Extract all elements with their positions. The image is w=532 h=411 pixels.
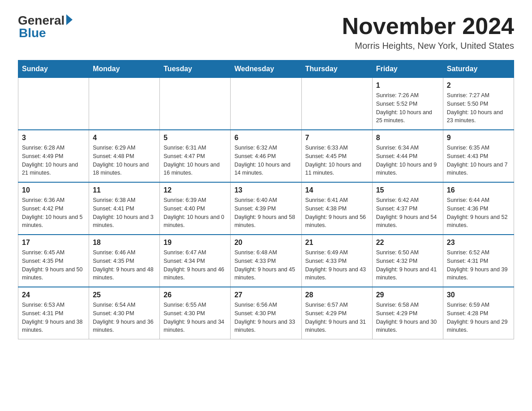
day-number: 30	[447, 291, 510, 299]
day-info: Sunrise: 6:41 AMSunset: 4:38 PMDaylight:…	[305, 196, 369, 230]
calendar-cell: 26Sunrise: 6:55 AMSunset: 4:30 PMDayligh…	[160, 287, 231, 339]
day-info: Sunrise: 6:39 AMSunset: 4:40 PMDaylight:…	[163, 196, 227, 230]
day-number: 14	[305, 186, 369, 194]
day-number: 1	[376, 81, 439, 90]
day-number: 24	[22, 291, 85, 299]
calendar-header-row: SundayMondayTuesdayWednesdayThursdayFrid…	[18, 60, 514, 78]
calendar-cell: 27Sunrise: 6:56 AMSunset: 4:30 PMDayligh…	[231, 287, 301, 339]
day-number: 27	[234, 291, 297, 299]
day-info: Sunrise: 6:44 AMSunset: 4:36 PMDaylight:…	[447, 196, 510, 230]
day-number: 13	[234, 186, 297, 194]
calendar-cell: 28Sunrise: 6:57 AMSunset: 4:29 PMDayligh…	[301, 287, 372, 339]
calendar-cell	[301, 78, 372, 130]
day-number: 10	[22, 186, 85, 194]
calendar-cell: 3Sunrise: 6:28 AMSunset: 4:49 PMDaylight…	[18, 130, 89, 182]
location-subtitle: Morris Heights, New York, United States	[342, 41, 514, 51]
day-number: 3	[22, 134, 85, 142]
calendar-table: SundayMondayTuesdayWednesdayThursdayFrid…	[18, 60, 514, 339]
day-number: 18	[93, 239, 156, 247]
day-number: 5	[163, 134, 227, 142]
col-header-tuesday: Tuesday	[160, 60, 231, 78]
day-info: Sunrise: 6:59 AMSunset: 4:28 PMDaylight:…	[447, 301, 510, 334]
calendar-cell: 11Sunrise: 6:38 AMSunset: 4:41 PMDayligh…	[89, 182, 160, 235]
day-info: Sunrise: 6:50 AMSunset: 4:32 PMDaylight:…	[376, 248, 439, 282]
week-row-2: 3Sunrise: 6:28 AMSunset: 4:49 PMDaylight…	[18, 130, 514, 182]
calendar-cell	[18, 78, 89, 130]
calendar-cell: 20Sunrise: 6:48 AMSunset: 4:33 PMDayligh…	[231, 235, 301, 287]
day-number: 22	[376, 239, 439, 247]
week-row-5: 24Sunrise: 6:53 AMSunset: 4:31 PMDayligh…	[18, 287, 514, 339]
day-number: 8	[376, 134, 439, 142]
calendar-cell: 8Sunrise: 6:34 AMSunset: 4:44 PMDaylight…	[372, 130, 443, 182]
logo: General Blue	[18, 13, 73, 40]
month-title: November 2024	[342, 13, 514, 39]
day-info: Sunrise: 7:27 AMSunset: 5:50 PMDaylight:…	[447, 91, 510, 125]
day-info: Sunrise: 6:40 AMSunset: 4:39 PMDaylight:…	[234, 196, 297, 230]
day-info: Sunrise: 6:53 AMSunset: 4:31 PMDaylight:…	[22, 301, 85, 334]
day-number: 7	[305, 134, 369, 142]
calendar-cell: 24Sunrise: 6:53 AMSunset: 4:31 PMDayligh…	[18, 287, 89, 339]
calendar-cell: 25Sunrise: 6:54 AMSunset: 4:30 PMDayligh…	[89, 287, 160, 339]
calendar-cell: 21Sunrise: 6:49 AMSunset: 4:33 PMDayligh…	[301, 235, 372, 287]
day-number: 16	[447, 186, 510, 194]
calendar-cell: 14Sunrise: 6:41 AMSunset: 4:38 PMDayligh…	[301, 182, 372, 235]
day-info: Sunrise: 6:57 AMSunset: 4:29 PMDaylight:…	[305, 301, 369, 334]
day-number: 19	[163, 239, 227, 247]
week-row-4: 17Sunrise: 6:45 AMSunset: 4:35 PMDayligh…	[18, 235, 514, 287]
day-number: 20	[234, 239, 297, 247]
col-header-sunday: Sunday	[18, 60, 89, 78]
col-header-monday: Monday	[89, 60, 160, 78]
day-info: Sunrise: 6:52 AMSunset: 4:31 PMDaylight:…	[447, 248, 510, 282]
day-number: 12	[163, 186, 227, 194]
day-info: Sunrise: 7:26 AMSunset: 5:52 PMDaylight:…	[376, 91, 439, 125]
day-number: 2	[447, 81, 510, 90]
day-number: 15	[376, 186, 439, 194]
day-number: 4	[93, 134, 156, 142]
day-info: Sunrise: 6:33 AMSunset: 4:45 PMDaylight:…	[305, 144, 369, 177]
calendar-cell: 16Sunrise: 6:44 AMSunset: 4:36 PMDayligh…	[443, 182, 514, 235]
day-info: Sunrise: 6:55 AMSunset: 4:30 PMDaylight:…	[163, 301, 227, 334]
day-info: Sunrise: 6:31 AMSunset: 4:47 PMDaylight:…	[163, 144, 227, 177]
day-info: Sunrise: 6:34 AMSunset: 4:44 PMDaylight:…	[376, 144, 439, 177]
day-number: 21	[305, 239, 369, 247]
day-number: 9	[447, 134, 510, 142]
calendar-cell: 22Sunrise: 6:50 AMSunset: 4:32 PMDayligh…	[372, 235, 443, 287]
day-number: 25	[93, 291, 156, 299]
calendar-cell	[89, 78, 160, 130]
day-number: 17	[22, 239, 85, 247]
day-info: Sunrise: 6:49 AMSunset: 4:33 PMDaylight:…	[305, 248, 369, 282]
logo-blue-text: Blue	[19, 26, 46, 40]
logo-triangle-icon	[66, 14, 73, 25]
day-info: Sunrise: 6:32 AMSunset: 4:46 PMDaylight:…	[234, 144, 297, 177]
day-number: 6	[234, 134, 297, 142]
day-number: 23	[447, 239, 510, 247]
calendar-cell: 30Sunrise: 6:59 AMSunset: 4:28 PMDayligh…	[443, 287, 514, 339]
calendar-cell	[231, 78, 301, 130]
calendar-cell: 7Sunrise: 6:33 AMSunset: 4:45 PMDaylight…	[301, 130, 372, 182]
day-info: Sunrise: 6:29 AMSunset: 4:48 PMDaylight:…	[93, 144, 156, 177]
calendar-cell: 18Sunrise: 6:46 AMSunset: 4:35 PMDayligh…	[89, 235, 160, 287]
col-header-wednesday: Wednesday	[231, 60, 301, 78]
day-info: Sunrise: 6:54 AMSunset: 4:30 PMDaylight:…	[93, 301, 156, 334]
day-info: Sunrise: 6:45 AMSunset: 4:35 PMDaylight:…	[22, 248, 85, 282]
calendar-cell: 10Sunrise: 6:36 AMSunset: 4:42 PMDayligh…	[18, 182, 89, 235]
calendar-cell: 12Sunrise: 6:39 AMSunset: 4:40 PMDayligh…	[160, 182, 231, 235]
calendar-cell: 2Sunrise: 7:27 AMSunset: 5:50 PMDaylight…	[443, 78, 514, 130]
day-info: Sunrise: 6:36 AMSunset: 4:42 PMDaylight:…	[22, 196, 85, 230]
calendar-cell: 15Sunrise: 6:42 AMSunset: 4:37 PMDayligh…	[372, 182, 443, 235]
page-header: General Blue November 2024 Morris Height…	[18, 13, 514, 51]
day-info: Sunrise: 6:38 AMSunset: 4:41 PMDaylight:…	[93, 196, 156, 230]
col-header-thursday: Thursday	[301, 60, 372, 78]
day-number: 11	[93, 186, 156, 194]
week-row-3: 10Sunrise: 6:36 AMSunset: 4:42 PMDayligh…	[18, 182, 514, 235]
calendar-cell: 9Sunrise: 6:35 AMSunset: 4:43 PMDaylight…	[443, 130, 514, 182]
title-area: November 2024 Morris Heights, New York, …	[342, 13, 514, 51]
day-info: Sunrise: 6:47 AMSunset: 4:34 PMDaylight:…	[163, 248, 227, 282]
calendar-cell: 29Sunrise: 6:58 AMSunset: 4:29 PMDayligh…	[372, 287, 443, 339]
col-header-friday: Friday	[372, 60, 443, 78]
day-info: Sunrise: 6:28 AMSunset: 4:49 PMDaylight:…	[22, 144, 85, 177]
calendar-cell: 1Sunrise: 7:26 AMSunset: 5:52 PMDaylight…	[372, 78, 443, 130]
day-info: Sunrise: 6:46 AMSunset: 4:35 PMDaylight:…	[93, 248, 156, 282]
day-info: Sunrise: 6:56 AMSunset: 4:30 PMDaylight:…	[234, 301, 297, 334]
day-number: 29	[376, 291, 439, 299]
